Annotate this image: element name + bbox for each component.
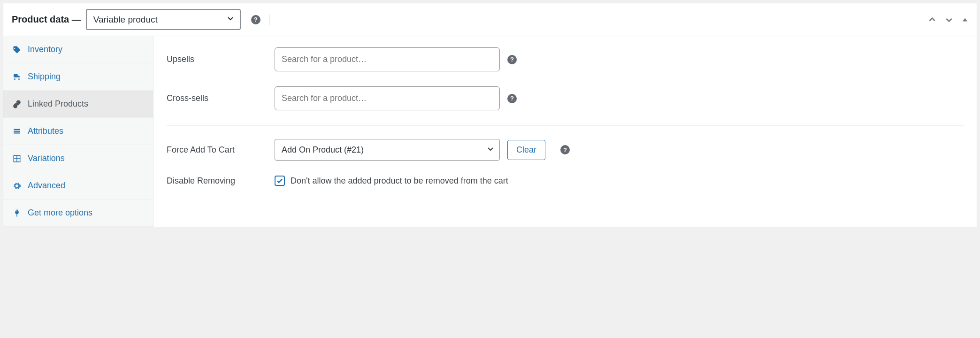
- crosssells-control: ?: [275, 86, 517, 110]
- panel-body: Inventory Shipping Linked Products Attri…: [3, 36, 977, 227]
- tab-label: Variations: [28, 154, 65, 163]
- linked-products-content: Upsells ? Cross-sells ? Force Add To Car…: [153, 36, 977, 227]
- force-add-help-icon[interactable]: ?: [560, 145, 570, 154]
- row-force-add-to-cart: Force Add To Cart Add On Product (#21) C…: [167, 125, 964, 161]
- move-up-button[interactable]: [926, 14, 938, 26]
- collapse-button[interactable]: [960, 14, 970, 26]
- panel-header-actions: [926, 14, 970, 26]
- gear-icon: [13, 182, 21, 190]
- tab-label: Shipping: [28, 72, 61, 82]
- link-icon: [13, 100, 21, 108]
- tab-shipping[interactable]: Shipping: [3, 63, 153, 91]
- checkbox-checked-icon: [275, 176, 285, 186]
- tab-linked-products[interactable]: Linked Products: [3, 91, 153, 118]
- disable-removing-checkbox[interactable]: Don't allow the added product to be remo…: [275, 176, 508, 186]
- tab-label: Get more options: [28, 208, 92, 218]
- tab-label: Attributes: [28, 126, 63, 136]
- tab-advanced[interactable]: Advanced: [3, 172, 153, 200]
- panel-header: Product data — Variable product ?: [3, 3, 977, 36]
- tab-label: Inventory: [28, 45, 62, 54]
- triangle-up-icon: [962, 16, 968, 23]
- upsells-help-icon[interactable]: ?: [507, 55, 517, 64]
- tab-label: Linked Products: [28, 99, 88, 109]
- force-add-control: Add On Product (#21) Clear ?: [275, 139, 570, 161]
- list-icon: [13, 127, 21, 136]
- clear-button[interactable]: Clear: [507, 140, 545, 160]
- force-add-select-wrap: Add On Product (#21): [275, 139, 500, 161]
- header-help-icon[interactable]: ?: [251, 15, 260, 24]
- truck-icon: [13, 73, 21, 81]
- header-divider: [269, 15, 269, 25]
- force-add-label: Force Add To Cart: [167, 145, 275, 155]
- row-disable-removing: Disable Removing Don't allow the added p…: [167, 176, 964, 186]
- row-crosssells: Cross-sells ?: [167, 86, 964, 110]
- tab-label: Advanced: [28, 181, 65, 191]
- crosssells-help-icon[interactable]: ?: [507, 94, 517, 103]
- disable-removing-label: Disable Removing: [167, 176, 275, 186]
- crosssells-label: Cross-sells: [167, 93, 275, 103]
- plug-icon: [13, 209, 21, 217]
- tab-get-more-options[interactable]: Get more options: [3, 200, 153, 227]
- product-type-select-wrap: Variable product: [86, 9, 241, 30]
- tabs-sidebar: Inventory Shipping Linked Products Attri…: [3, 36, 153, 227]
- disable-removing-control: Don't allow the added product to be remo…: [275, 176, 508, 186]
- tab-variations[interactable]: Variations: [3, 145, 153, 172]
- tag-icon: [13, 46, 21, 54]
- disable-removing-checkbox-label: Don't allow the added product to be remo…: [291, 176, 508, 186]
- chevron-down-icon: [945, 15, 953, 24]
- upsells-label: Upsells: [167, 54, 275, 64]
- chevron-up-icon: [928, 15, 936, 24]
- tab-inventory[interactable]: Inventory: [3, 36, 153, 63]
- panel-title: Product data —: [12, 14, 81, 25]
- product-type-select[interactable]: Variable product: [86, 9, 241, 30]
- crosssells-search-input[interactable]: [275, 86, 500, 110]
- tab-attributes[interactable]: Attributes: [3, 118, 153, 145]
- grid-icon: [13, 154, 21, 163]
- force-add-select[interactable]: Add On Product (#21): [275, 139, 500, 161]
- upsells-search-input[interactable]: [275, 47, 500, 71]
- move-down-button[interactable]: [943, 14, 955, 26]
- product-data-panel: Product data — Variable product ?: [3, 3, 977, 227]
- upsells-control: ?: [275, 47, 517, 71]
- row-upsells: Upsells ?: [167, 47, 964, 71]
